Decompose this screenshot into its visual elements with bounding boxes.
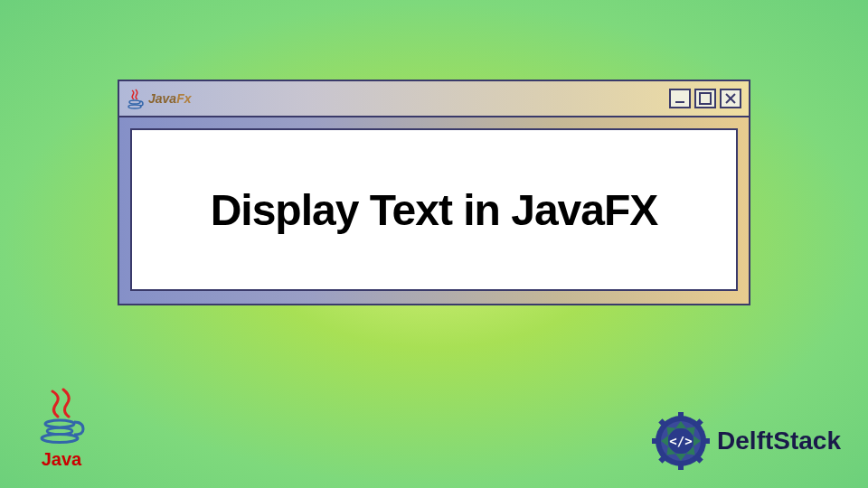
delftstack-label: DelftStack <box>717 427 841 455</box>
svg-rect-9 <box>703 438 710 444</box>
app-window: JavaFx Display Text in JavaFX <box>118 80 750 305</box>
java-logo: Java <box>36 388 87 470</box>
svg-text:</>: </> <box>669 434 692 448</box>
svg-rect-7 <box>678 463 684 470</box>
svg-point-0 <box>129 100 140 104</box>
svg-point-1 <box>128 105 141 108</box>
java-icon <box>127 88 145 109</box>
java-logo-label: Java <box>42 449 82 470</box>
minimize-button[interactable] <box>669 89 691 108</box>
main-text: Display Text in JavaFX <box>211 185 658 235</box>
delftstack-logo: </> DelftStack <box>652 412 841 470</box>
titlebar-title: JavaFx <box>127 88 192 109</box>
close-button[interactable] <box>720 89 741 108</box>
window-controls <box>669 89 741 108</box>
svg-rect-8 <box>652 438 659 444</box>
svg-point-2 <box>45 420 74 427</box>
java-cup-icon <box>36 388 87 447</box>
content-area: Display Text in JavaFX <box>130 128 738 291</box>
svg-point-4 <box>42 435 78 443</box>
maximize-button[interactable] <box>694 89 716 108</box>
titlebar[interactable]: JavaFx <box>119 81 749 117</box>
svg-rect-6 <box>678 412 684 419</box>
app-title: JavaFx <box>148 91 192 106</box>
delftstack-badge-icon: </> <box>652 412 710 470</box>
